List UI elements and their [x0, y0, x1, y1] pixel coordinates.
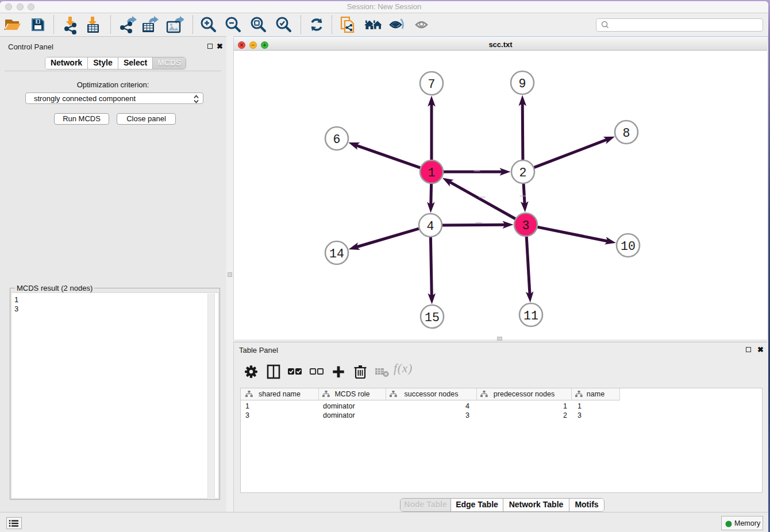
svg-text:2: 2: [519, 166, 527, 180]
svg-text:6: 6: [333, 133, 341, 147]
svg-text:3: 3: [522, 219, 530, 233]
svg-text:14: 14: [329, 247, 344, 261]
svg-text:8: 8: [623, 126, 630, 140]
svg-text:11: 11: [523, 309, 538, 323]
svg-text:10: 10: [621, 240, 636, 253]
svg-text:4: 4: [427, 219, 434, 233]
svg-text:15: 15: [425, 311, 440, 325]
svg-text:7: 7: [428, 78, 436, 91]
svg-text:1: 1: [428, 166, 436, 180]
svg-text:9: 9: [519, 77, 526, 91]
